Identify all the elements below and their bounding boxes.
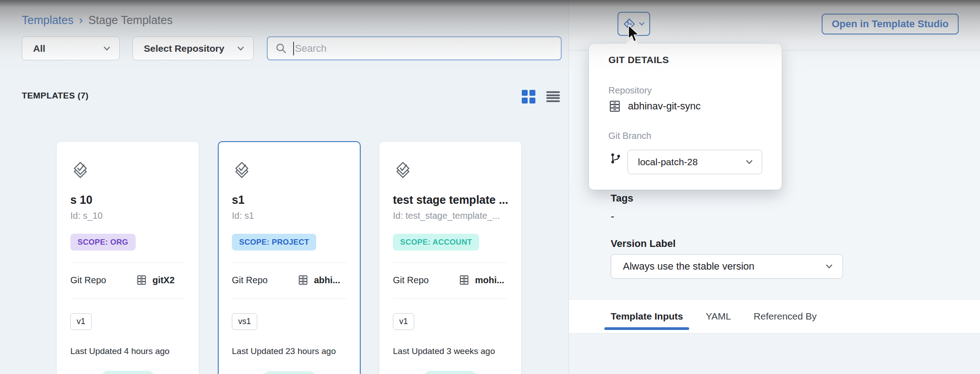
git-repo-value: mohi... [475,275,504,285]
version-select[interactable]: Always use the stable version [611,254,843,279]
search-icon [275,42,288,55]
templates-count-label: TEMPLATES (7) [22,91,88,101]
branch-select-value: local-patch-28 [638,157,698,167]
git-branch-label: Git Branch [608,131,651,141]
divider [70,262,185,263]
version-select-value: Always use the stable version [623,261,755,272]
list-view-icon[interactable] [546,90,560,103]
grid-view-icon[interactable] [522,90,535,103]
repo-icon [459,275,470,285]
text-cursor [293,42,294,55]
git-repo-label: Git Repo [70,275,106,285]
template-card-s10[interactable]: s 10 Id: s_10 SCOPE: ORG Git Repo gitX2 … [56,141,199,374]
version-label: Version Label [611,238,676,250]
repository-dropdown[interactable]: Select Repository [132,36,254,60]
template-title: s 10 [70,193,185,207]
repo-icon [608,100,621,113]
tab-yaml[interactable]: YAML [699,299,737,334]
git-repo-label: Git Repo [393,275,429,285]
branch-icon [610,153,622,164]
breadcrumb-separator-icon: › [79,15,83,26]
repo-icon [136,275,147,285]
popover-arrow [625,37,639,51]
template-type-value: All [33,43,45,54]
git-details-title: GIT DETAILS [608,54,669,65]
scope-badge: SCOPE: PROJECT [232,234,316,251]
repo-icon [298,275,309,285]
repository-value: abhinav-git-sync [628,100,701,112]
template-type-dropdown[interactable]: All [22,36,120,60]
git-repo-value: abhi... [314,275,340,285]
last-updated: Last Updated 3 weeks ago [393,346,508,356]
stage-template-icon [232,160,252,180]
version-chip: v1 [70,313,92,330]
stage-template-icon [393,160,413,180]
stage-type-pill [423,371,478,374]
version-chip: vs1 [232,313,257,330]
divider [70,298,185,299]
breadcrumb-templates-link[interactable]: Templates [22,14,74,27]
chevron-down-icon [639,22,645,26]
tab-referenced-by[interactable]: Referenced By [747,299,823,334]
git-sync-icon [623,18,636,30]
stage-templates-page: Templates › Stage Templates All Select R… [0,0,980,374]
open-in-template-studio-button[interactable]: Open in Template Studio [822,14,959,34]
tab-template-inputs[interactable]: Template Inputs [604,299,689,334]
last-updated: Last Updated 4 hours ago [70,346,185,356]
template-title: s1 [232,193,347,207]
scope-badge: SCOPE: ORG [70,234,136,251]
chevron-down-icon [237,46,244,51]
divider [393,298,508,299]
stage-type-pill [101,371,155,374]
version-chip: v1 [393,313,414,330]
template-id: Id: s1 [232,211,347,221]
template-title: test stage template ... [393,193,508,207]
git-details-button[interactable] [617,12,650,36]
chevron-down-icon [826,264,833,269]
git-repo-value: gitX2 [152,275,175,285]
repository-label: Repository [608,85,652,96]
details-tabs: Template Inputs YAML Referenced By [569,299,980,334]
divider [232,262,347,263]
stage-template-icon [70,160,90,180]
stage-type-pill [262,371,317,374]
breadcrumb-current: Stage Templates [88,14,173,27]
divider [232,298,347,299]
search-placeholder: Search [295,43,327,54]
last-updated: Last Updated 23 hours ago [232,346,347,356]
tab-content-area [569,334,980,374]
repository-dropdown-value: Select Repository [144,43,224,54]
filter-bar: All Select Repository [22,36,254,60]
divider [393,262,508,263]
template-card-test-stage[interactable]: test stage template ... Id: test_stage_t… [379,141,522,374]
template-card-s1[interactable]: s1 Id: s1 SCOPE: PROJECT Git Repo abhi..… [218,141,361,374]
view-toggle [522,90,560,103]
chevron-down-icon [103,46,110,51]
template-details-panel: Open in Template Studio GIT DETAILS Repo… [568,0,980,374]
tags-label: Tags [611,192,633,204]
search-input[interactable]: Search [267,36,562,60]
git-repo-label: Git Repo [232,275,268,285]
breadcrumb: Templates › Stage Templates [22,14,172,27]
template-id: Id: s_10 [70,211,185,221]
tags-value: - [611,210,614,222]
scope-badge: SCOPE: ACCOUNT [393,234,479,251]
git-details-popover: GIT DETAILS Repository abhinav-git-sync … [589,44,782,190]
template-id: Id: test_stage_template_... [393,211,508,221]
chevron-down-icon [746,160,753,164]
branch-select[interactable]: local-patch-28 [627,150,762,174]
